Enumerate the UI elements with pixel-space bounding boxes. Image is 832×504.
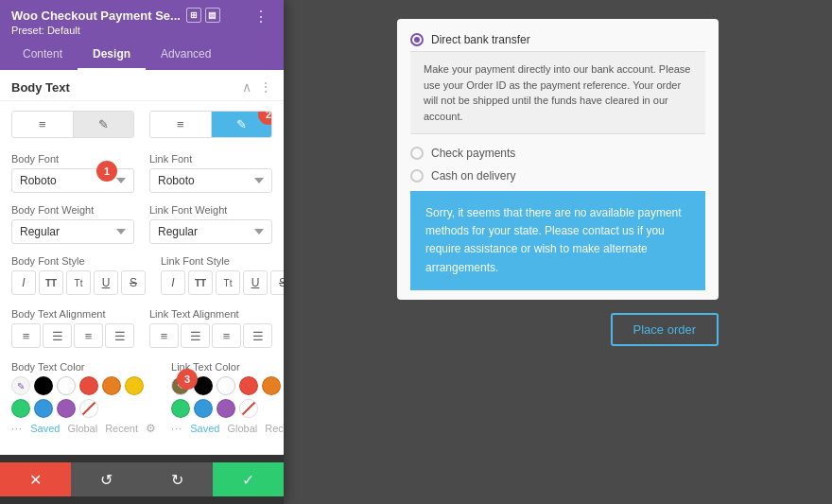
link-align-left-btn[interactable]: ≡ <box>149 323 179 348</box>
link-color-bottom: ··· Saved Global Recent ⚙ <box>171 422 284 435</box>
link-color-global[interactable]: Global <box>227 423 257 434</box>
link-color-row: ✎ 3 <box>171 376 284 418</box>
link-align-center-btn[interactable]: ☰ <box>181 323 210 348</box>
link-underline-btn[interactable]: U <box>243 270 268 295</box>
panel-preset: Preset: Default <box>11 25 250 36</box>
body-color-dots[interactable]: ··· <box>11 423 23 434</box>
body-color-purple[interactable] <box>57 399 76 418</box>
body-weight-select[interactable]: Regular <box>11 219 134 244</box>
section-collapse-icon[interactable]: ∧ <box>242 79 251 95</box>
error-message: Sorry, it seems that there are no availa… <box>425 204 690 277</box>
uppercase-btn[interactable]: TT <box>39 270 63 295</box>
link-weight-select[interactable]: Regular <box>149 219 272 244</box>
body-eyedropper[interactable]: ✎ <box>11 376 30 395</box>
link-color-saved[interactable]: Saved <box>190 423 219 434</box>
payment-option-cash-label: Cash on delivery <box>431 169 515 182</box>
align-right-btn[interactable]: ≡ <box>74 323 103 348</box>
body-color-bottom: ··· Saved Global Recent ⚙ <box>11 422 156 435</box>
preset-label: Preset: <box>11 25 44 36</box>
place-order-button[interactable]: Place order <box>611 313 719 346</box>
redo-button[interactable]: ↻ <box>142 462 213 496</box>
body-tab-align-btn[interactable]: ≡ <box>12 112 74 137</box>
body-color-black[interactable] <box>34 376 53 395</box>
payment-option-cash[interactable]: Cash on delivery <box>410 165 705 187</box>
capitalize-btn[interactable]: Tt <box>66 270 91 295</box>
body-tab-style-btn[interactable]: ✎ <box>74 112 134 137</box>
link-color-green[interactable] <box>171 399 190 418</box>
font-section: Body Font Roboto 1 Link Font Roboto <box>11 148 272 199</box>
link-color-purple[interactable] <box>217 399 235 418</box>
link-tab-align-btn[interactable]: ≡ <box>150 112 212 137</box>
body-color-yellow[interactable] <box>125 376 144 395</box>
body-weight-col: Body Font Weight Regular <box>11 199 134 250</box>
body-style-col: Body Font Style I TT Tt U S <box>11 250 146 303</box>
italic-btn[interactable]: I <box>11 270 36 295</box>
panel-menu-icon[interactable]: ⋮ <box>250 8 272 26</box>
payment-option-check[interactable]: Check payments <box>410 142 705 165</box>
body-color-orange[interactable] <box>102 376 121 395</box>
link-color-orange[interactable] <box>262 376 281 395</box>
body-color-global[interactable]: Global <box>67 423 97 434</box>
body-tab-row-buttons: ≡ ✎ <box>11 111 134 138</box>
link-color-red[interactable] <box>239 376 258 395</box>
tab-advanced[interactable]: Advanced <box>146 40 226 70</box>
link-italic-btn[interactable]: I <box>161 270 185 295</box>
link-align-label: Link Text Alignment <box>149 308 272 320</box>
underline-btn[interactable]: U <box>94 270 118 295</box>
body-color-blue[interactable] <box>34 399 53 418</box>
undo-button[interactable]: ↺ <box>71 462 142 496</box>
link-weight-col: Link Font Weight Regular <box>149 199 272 250</box>
close-button[interactable]: ✕ <box>0 462 71 496</box>
body-color-red[interactable] <box>79 376 98 395</box>
link-uppercase-btn[interactable]: TT <box>188 270 213 295</box>
payment-option-bank[interactable]: Direct bank transfer <box>410 28 705 51</box>
link-strikethrough-btn[interactable]: S <box>270 270 284 295</box>
body-color-col: Body Text Color ✎ ··· Saved Global <box>11 356 156 439</box>
panel-title-icons: ⊞ ▤ <box>186 8 220 23</box>
body-font-select-wrap: Roboto 1 <box>11 168 134 199</box>
body-weight-label: Body Font Weight <box>11 204 134 216</box>
strikethrough-btn[interactable]: S <box>121 270 146 295</box>
link-color-col: Link Text Color ✎ 3 <box>171 356 284 439</box>
link-align-right-btn[interactable]: ≡ <box>212 323 241 348</box>
bottom-toolbar: ✕ ↺ ↻ ✓ <box>0 455 284 504</box>
link-color-clear[interactable] <box>239 399 258 418</box>
link-color-recent[interactable]: Recent <box>265 423 284 434</box>
body-color-white[interactable] <box>57 376 76 395</box>
link-tab-style-btn[interactable]: ✎ 2 <box>212 112 272 137</box>
tab-content[interactable]: Content <box>8 40 78 70</box>
align-center-btn[interactable]: ☰ <box>43 323 72 348</box>
link-font-select[interactable]: Roboto <box>149 168 272 193</box>
body-color-gear[interactable]: ⚙ <box>146 422 156 435</box>
weight-section: Body Font Weight Regular Link Font Weigh… <box>11 199 272 250</box>
link-align-justify-btn[interactable]: ☰ <box>243 323 272 348</box>
body-color-clear[interactable] <box>79 399 98 418</box>
align-left-btn[interactable]: ≡ <box>11 323 41 348</box>
link-color-blue[interactable] <box>194 399 213 418</box>
align-justify-btn[interactable]: ☰ <box>105 323 134 348</box>
settings-panel: Woo Checkout Payment Se... ⊞ ▤ Preset: D… <box>0 0 284 504</box>
tab-design[interactable]: Design <box>78 40 146 70</box>
section-more-icon[interactable]: ⋮ <box>259 79 272 95</box>
payment-option-check-label: Check payments <box>431 147 515 160</box>
bank-details-text: Make your payment directly into our bank… <box>424 61 692 124</box>
body-color-saved[interactable]: Saved <box>30 423 60 434</box>
style-section: Body Font Style I TT Tt U S Link Font St… <box>11 250 272 303</box>
link-capitalize-btn[interactable]: Tt <box>216 270 240 295</box>
body-color-green[interactable] <box>11 399 30 418</box>
radio-check <box>410 147 424 160</box>
link-tab-row-buttons: ≡ ✎ 2 <box>149 111 272 138</box>
body-align-col: Body Text Alignment ≡ ☰ ≡ ☰ <box>11 303 134 356</box>
body-color-recent[interactable]: Recent <box>105 423 138 434</box>
preset-value[interactable]: Default <box>47 25 80 36</box>
badge-1: 1 <box>96 161 117 182</box>
panel-columns-icon[interactable]: ▤ <box>205 8 220 23</box>
panel-grid-icon[interactable]: ⊞ <box>186 8 201 23</box>
link-color-dots[interactable]: ··· <box>171 423 182 434</box>
color-section: Body Text Color ✎ ··· Saved Global <box>11 356 272 439</box>
section-header-icons: ∧ ⋮ <box>242 79 272 95</box>
link-color-white[interactable] <box>217 376 235 395</box>
confirm-button[interactable]: ✓ <box>213 462 284 496</box>
right-panel: Direct bank transfer Make your payment d… <box>284 0 832 504</box>
body-align-label: Body Text Alignment <box>11 308 134 320</box>
